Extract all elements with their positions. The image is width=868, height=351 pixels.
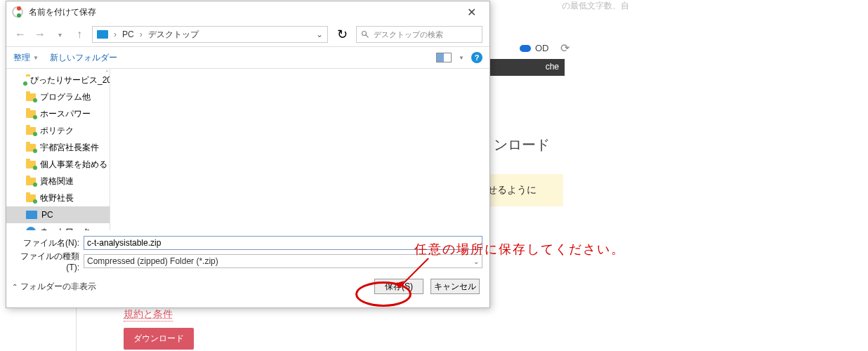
- cloud-icon: [520, 45, 531, 52]
- annotation-text: 任意の場所に保存してください。: [414, 241, 625, 258]
- folder-icon: [26, 127, 36, 135]
- terms-link[interactable]: 規約と条件: [124, 308, 173, 322]
- save-as-dialog: 名前を付けて保存 ✕ ← → ▾ ↑ › PC › デスクトップ ⌄ ↻ デスク…: [6, 1, 490, 308]
- tree-item-folder[interactable]: 資格関連: [6, 173, 110, 190]
- toolbar: 整理▼ 新しいフォルダー ▼ ?: [6, 46, 489, 69]
- tree-item-label: 資格関連: [40, 176, 74, 187]
- folder-icon: [26, 110, 36, 118]
- folder-icon: [26, 161, 36, 168]
- nav-up-button[interactable]: ↑: [72, 27, 86, 41]
- search-icon: [361, 30, 369, 39]
- svg-line-1: [366, 35, 369, 38]
- bg-minor-text: の最低文字数、自: [562, 0, 629, 12]
- tree-item-label: 宇都宮社長案件: [40, 142, 99, 154]
- pc-icon: [26, 211, 37, 219]
- network-icon: [26, 227, 36, 230]
- tree-item-label: ぴったりサービス_20: [30, 74, 110, 86]
- tree-item-label: 個人事業を始める: [40, 159, 107, 171]
- nav-back-button[interactable]: ←: [13, 27, 27, 41]
- search-placeholder: デスクトップの検索: [374, 29, 443, 40]
- bg-page-heading: ンロード: [494, 135, 550, 154]
- nav-recent-button[interactable]: ▾: [53, 27, 67, 41]
- tree-item-folder[interactable]: ホースパワー: [6, 105, 110, 122]
- nav-row: ← → ▾ ↑ › PC › デスクトップ ⌄ ↻ デスクトップの検索: [6, 22, 489, 46]
- svg-point-0: [362, 32, 367, 36]
- tree-item-folder[interactable]: ぴったりサービス_20: [6, 72, 110, 88]
- tree-item-label: ネットワーク: [40, 226, 91, 231]
- tree-item-pc[interactable]: PC: [6, 206, 110, 223]
- tree-item-label: プログラム他: [40, 91, 91, 103]
- folder-icon: [26, 194, 36, 202]
- bg-dark-bar: che: [489, 59, 565, 76]
- folder-icon: [26, 93, 36, 101]
- download-button[interactable]: ダウンロード: [124, 328, 194, 350]
- dialog-title: 名前を付けて保存: [29, 6, 456, 18]
- save-button[interactable]: 保存(S): [374, 279, 423, 294]
- tree-item-folder[interactable]: 牧野社長: [6, 190, 110, 206]
- tree-item-label: PC: [41, 210, 53, 220]
- new-folder-button[interactable]: 新しいフォルダー: [50, 52, 117, 64]
- cancel-button[interactable]: キャンセル: [430, 279, 480, 294]
- tree-item-folder[interactable]: 宇都宮社長案件: [6, 139, 110, 156]
- tree-item-folder[interactable]: ポリテク: [6, 122, 110, 139]
- tree-item-label: ポリテク: [40, 125, 74, 137]
- bg-od-item: OD⟳: [520, 41, 570, 55]
- folder-tree[interactable]: ˆ ぴったりサービス_20プログラム他ホースパワーポリテク宇都宮社長案件個人事業…: [6, 69, 110, 230]
- tree-item-network[interactable]: ネットワーク: [6, 223, 110, 230]
- folder-icon: [26, 144, 36, 152]
- tree-item-label: ホースパワー: [40, 108, 91, 120]
- tree-item-folder[interactable]: プログラム他: [6, 88, 110, 105]
- pc-icon: [97, 30, 108, 39]
- breadcrumb-path[interactable]: デスクトップ: [148, 29, 199, 41]
- breadcrumb[interactable]: › PC › デスクトップ ⌄: [92, 26, 328, 43]
- view-dropdown-icon[interactable]: ▼: [459, 55, 464, 61]
- chrome-icon: [12, 6, 23, 18]
- search-input[interactable]: デスクトップの検索: [356, 26, 482, 43]
- folder-icon: [26, 178, 36, 185]
- breadcrumb-dropdown-icon[interactable]: ⌄: [316, 29, 323, 39]
- tree-item-label: 牧野社長: [40, 192, 74, 204]
- scroll-up-icon[interactable]: ˆ: [106, 70, 108, 78]
- organize-button[interactable]: 整理▼: [13, 52, 39, 64]
- hide-folders-toggle[interactable]: ⌃フォルダーの非表示: [12, 281, 96, 293]
- help-button[interactable]: ?: [471, 52, 482, 63]
- breadcrumb-root[interactable]: PC: [122, 29, 134, 39]
- refresh-button[interactable]: ↻: [334, 26, 350, 43]
- filetype-label: ファイルの種類(T):: [13, 251, 84, 272]
- nav-forward-button[interactable]: →: [33, 27, 47, 41]
- file-list-pane[interactable]: [110, 69, 489, 230]
- bg-notice-box: せるように: [485, 174, 563, 206]
- tree-item-folder[interactable]: 個人事業を始める: [6, 156, 110, 173]
- view-mode-button[interactable]: [436, 53, 452, 62]
- close-button[interactable]: ✕: [456, 1, 487, 22]
- dialog-titlebar: 名前を付けて保存 ✕: [6, 1, 489, 22]
- filename-label: ファイル名(N):: [13, 237, 84, 249]
